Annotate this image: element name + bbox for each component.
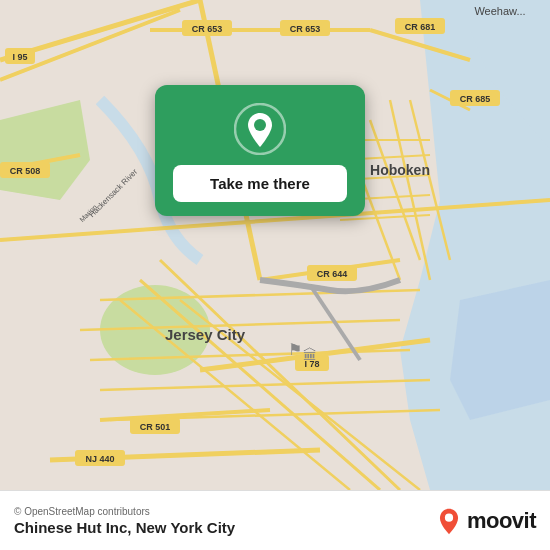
svg-point-65 <box>445 513 453 521</box>
moovit-brand-text: moovit <box>467 508 536 534</box>
location-pin-icon <box>234 103 286 155</box>
svg-marker-3 <box>450 280 550 420</box>
svg-text:Hoboken: Hoboken <box>370 162 430 178</box>
svg-text:CR 681: CR 681 <box>405 22 436 32</box>
svg-text:CR 685: CR 685 <box>460 94 491 104</box>
svg-text:CR 653: CR 653 <box>192 24 223 34</box>
svg-text:Weehaw...: Weehaw... <box>474 5 525 17</box>
moovit-pin-icon <box>435 507 463 535</box>
svg-text:⚑: ⚑ <box>288 341 302 358</box>
svg-text:I 95: I 95 <box>12 52 27 62</box>
map-container: CR 653 CR 653 CR 681 CR 685 CR 508 I 95 … <box>0 0 550 490</box>
take-me-there-button[interactable]: Take me there <box>173 165 347 202</box>
svg-point-64 <box>254 119 266 131</box>
svg-text:CR 644: CR 644 <box>317 269 348 279</box>
place-name: Chinese Hut Inc, New York City <box>14 519 235 536</box>
bottom-info: © OpenStreetMap contributors Chinese Hut… <box>14 506 235 536</box>
bottom-bar: © OpenStreetMap contributors Chinese Hut… <box>0 490 550 550</box>
svg-text:Jersey City: Jersey City <box>165 326 246 343</box>
moovit-logo: moovit <box>435 507 536 535</box>
svg-text:CR 501: CR 501 <box>140 422 171 432</box>
svg-text:NJ 440: NJ 440 <box>85 454 114 464</box>
map-svg: CR 653 CR 653 CR 681 CR 685 CR 508 I 95 … <box>0 0 550 490</box>
popup-card: Take me there <box>155 85 365 216</box>
svg-text:CR 653: CR 653 <box>290 24 321 34</box>
svg-text:CR 508: CR 508 <box>10 166 41 176</box>
svg-text:🏛: 🏛 <box>303 347 317 363</box>
attribution-text: © OpenStreetMap contributors <box>14 506 235 517</box>
